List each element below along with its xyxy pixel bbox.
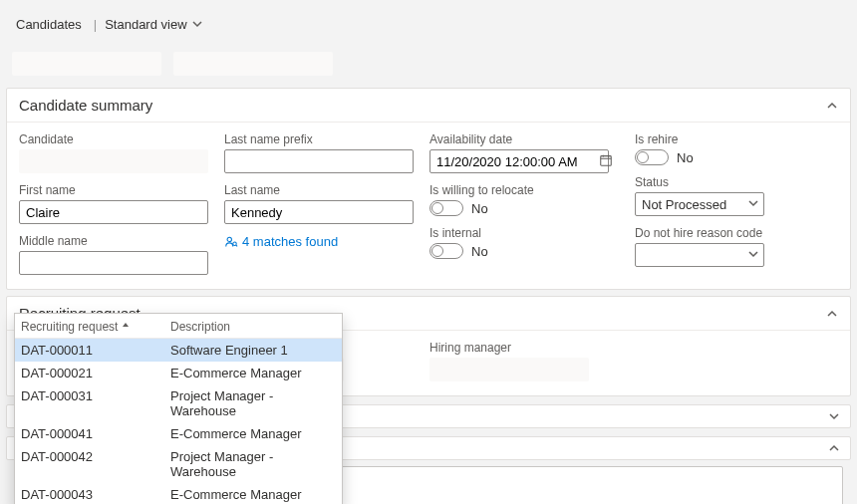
lookup-row-desc: Project Manager - Warehouse <box>170 388 336 418</box>
lookup-row-desc: E-Commerce Manager <box>170 366 336 380</box>
lookup-row-id: DAT-000041 <box>21 426 170 441</box>
recruiting-request-lookup: Recruiting request Description DAT-00001… <box>14 313 343 504</box>
internal-value: No <box>471 244 488 259</box>
candidate-summary-panel: Candidate summary Candidate First name M… <box>6 88 851 290</box>
candidate-summary-title: Candidate summary <box>19 97 152 114</box>
internal-toggle[interactable] <box>429 243 463 259</box>
dnh-label: Do not hire reason code <box>635 226 854 240</box>
rehire-label: Is rehire <box>635 132 854 146</box>
matches-text: 4 matches found <box>242 234 338 249</box>
candidate-value <box>19 149 208 173</box>
lookup-row[interactable]: DAT-000031Project Manager - Warehouse <box>15 384 342 422</box>
sort-asc-icon <box>121 322 131 332</box>
availability-label: Availability date <box>429 132 619 146</box>
lookup-row-desc: Project Manager - Warehouse <box>170 449 336 479</box>
lookup-row[interactable]: DAT-000041E-Commerce Manager <box>15 422 342 445</box>
middle-name-label: Middle name <box>19 234 208 248</box>
nav-candidates[interactable]: Candidates <box>12 11 86 38</box>
rehire-toggle[interactable] <box>635 149 669 165</box>
chevron-up-icon[interactable] <box>826 100 838 112</box>
lookup-row[interactable]: DAT-000043E-Commerce Manager <box>15 483 342 504</box>
view-label: Standard view <box>105 17 186 32</box>
toolbar-placeholder-2 <box>173 52 333 76</box>
view-switcher[interactable]: Standard view <box>105 17 202 32</box>
candidate-label: Candidate <box>19 132 208 146</box>
lookup-row[interactable]: DAT-000042Project Manager - Warehouse <box>15 445 342 483</box>
lookup-row-id: DAT-000043 <box>21 487 170 502</box>
lookup-row-desc: E-Commerce Manager <box>170 487 336 502</box>
first-name-label: First name <box>19 183 208 197</box>
lookup-row-desc: Software Engineer 1 <box>170 343 336 358</box>
matches-found-link[interactable]: 4 matches found <box>224 234 414 249</box>
lookup-row-id: DAT-000031 <box>21 388 170 418</box>
status-select[interactable]: Not Processed <box>635 192 764 216</box>
lookup-col-description[interactable]: Description <box>170 320 336 334</box>
chevron-down-icon <box>828 410 840 422</box>
lookup-row-id: DAT-000042 <box>21 449 170 479</box>
lookup-col2-label: Description <box>170 320 230 334</box>
rehire-value: No <box>677 150 694 165</box>
calendar-icon[interactable] <box>599 153 613 167</box>
hiring-manager-value <box>429 358 589 381</box>
chevron-down-icon <box>747 197 759 209</box>
first-name-input[interactable] <box>19 200 208 224</box>
availability-date-input[interactable] <box>429 149 609 173</box>
hiring-manager-label: Hiring manager <box>429 341 619 355</box>
svg-point-0 <box>227 237 231 241</box>
person-search-icon <box>224 235 238 249</box>
lookup-row-id: DAT-000021 <box>21 366 170 380</box>
status-value: Not Processed <box>642 197 726 212</box>
last-name-prefix-label: Last name prefix <box>224 132 414 146</box>
relocate-value: No <box>471 201 488 216</box>
svg-rect-2 <box>601 156 612 166</box>
toolbar-placeholder-1 <box>12 52 161 76</box>
chevron-down-icon <box>747 248 759 260</box>
last-name-label: Last name <box>224 183 414 197</box>
chevron-down-icon <box>191 18 203 30</box>
middle-name-input[interactable] <box>19 251 208 275</box>
lookup-col-request[interactable]: Recruiting request <box>21 320 170 334</box>
relocate-label: Is willing to relocate <box>429 183 619 197</box>
nav-separator: | <box>94 17 97 32</box>
lookup-row-id: DAT-000011 <box>21 343 170 358</box>
lookup-row-desc: E-Commerce Manager <box>170 426 336 441</box>
status-label: Status <box>635 175 854 189</box>
lookup-row[interactable]: DAT-000021E-Commerce Manager <box>15 362 342 384</box>
svg-point-1 <box>233 242 237 246</box>
last-name-prefix-input[interactable] <box>224 149 414 173</box>
chevron-up-icon <box>828 442 840 454</box>
last-name-input[interactable] <box>224 200 414 224</box>
relocate-toggle[interactable] <box>429 200 463 216</box>
chevron-up-icon[interactable] <box>826 308 838 320</box>
lookup-col1-label: Recruiting request <box>21 320 118 334</box>
lookup-row[interactable]: DAT-000011Software Engineer 1 <box>15 339 342 362</box>
internal-label: Is internal <box>429 226 619 240</box>
dnh-select[interactable] <box>635 243 764 267</box>
